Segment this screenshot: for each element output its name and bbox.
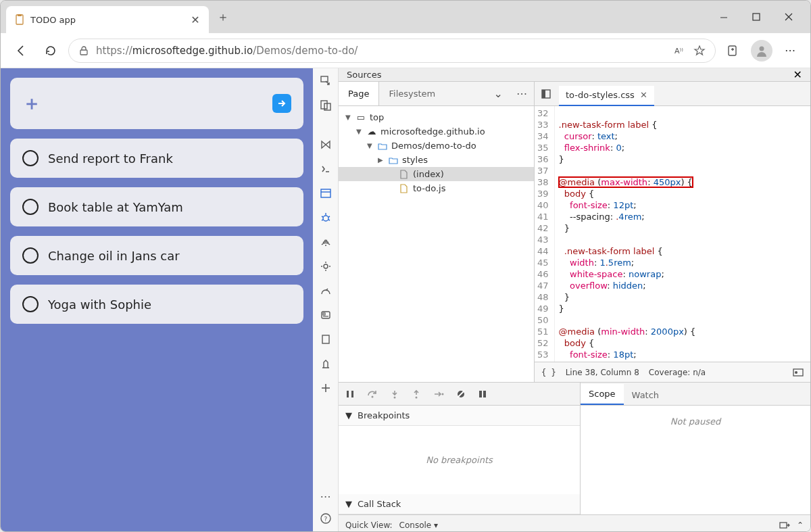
checkbox-icon[interactable] [22,296,39,312]
step-out-icon[interactable] [412,389,421,399]
tab-page[interactable]: Page [339,82,379,105]
add-panel-icon[interactable] [318,381,333,395]
rendered-page: ＋ Send report to Frank Book table at Yam… [1,68,313,531]
debugger-right: Scope Watch Not paused [581,383,810,514]
tab-scope[interactable]: Scope [581,384,624,405]
close-tab-button[interactable]: ✕ [190,14,201,25]
coverage-status: Coverage: n/a [649,368,706,377]
editor-tab[interactable]: to-do-styles.css ✕ [559,86,654,106]
svg-point-43 [442,393,444,395]
todo-item[interactable]: Book table at YamYam [10,187,303,226]
devtools-activity-bar-footer: ⋯ ? [313,490,339,531]
tree-row[interactable]: (index) [339,167,534,181]
tree-row[interactable]: ▼☁microsoftedge.github.io [339,124,534,139]
console-panel-icon[interactable] [318,162,333,176]
svg-line-22 [328,220,330,220]
browser-tab[interactable]: TODO app ✕ [6,6,209,33]
device-emulation-icon[interactable] [318,98,333,113]
svg-rect-15 [321,189,330,197]
maximize-button[interactable] [748,9,764,25]
svg-text:A⁾⁾: A⁾⁾ [674,47,683,55]
svg-line-21 [322,220,323,220]
inspect-icon[interactable] [318,74,333,89]
code-editor: to-do-styles.css ✕ 323334353637383940414… [535,82,810,382]
todo-item[interactable]: Send report to Frank [10,139,303,178]
lock-icon [78,45,89,56]
svg-point-24 [324,264,328,268]
code-area[interactable]: 3233343536373839404142434445464748495051… [535,106,810,362]
file-icon [399,170,409,179]
more-icon[interactable]: ⋯ [510,87,534,100]
read-aloud-icon[interactable]: A⁾⁾ [674,45,687,57]
svg-point-42 [416,396,418,398]
performance-panel-icon[interactable] [318,259,333,274]
braces-icon[interactable]: { } [541,368,556,377]
todo-item[interactable]: Change oil in Jans car [10,236,303,275]
close-window-button[interactable] [781,9,797,25]
help-icon[interactable]: ? [320,512,332,525]
svg-rect-1 [18,14,22,16]
svg-line-20 [328,216,330,217]
application-panel-icon[interactable] [318,308,333,322]
checkbox-icon[interactable] [22,150,39,166]
tree-row[interactable]: to-do.js [339,181,534,195]
folder-icon [378,141,387,151]
refresh-button[interactable] [39,39,63,63]
chevron-up-icon[interactable]: ⌃ [797,521,804,530]
issues-icon[interactable] [779,521,790,530]
dock-side-icon[interactable] [539,87,554,101]
address-bar[interactable]: https://microsoftedge.github.io/Demos/de… [68,39,716,63]
lighthouse-panel-icon[interactable] [318,356,333,371]
submit-task-button[interactable] [272,94,291,113]
folder-icon [389,155,398,165]
pause-icon[interactable] [345,389,355,399]
checkbox-icon[interactable] [22,247,39,264]
tab-watch[interactable]: Watch [624,385,667,405]
new-task-form[interactable]: ＋ [10,78,303,129]
todo-item[interactable]: Yoga with Sophie [10,285,303,324]
tab-filesystem[interactable]: Filesystem [379,82,445,105]
svg-rect-39 [351,391,353,397]
more-tools-icon[interactable]: ⋯ [320,490,331,503]
back-button[interactable] [9,39,33,63]
deactivate-breakpoints-icon[interactable] [456,389,466,399]
checkbox-icon[interactable] [22,199,39,215]
pause-on-exceptions-icon[interactable] [478,389,487,399]
close-editor-tab[interactable]: ✕ [640,90,647,100]
collections-icon[interactable] [721,39,745,63]
security-panel-icon[interactable] [318,332,333,347]
browser-toolbar: https://microsoftedge.github.io/Demos/de… [1,33,810,68]
scope-tabs: Scope Watch [581,383,810,406]
svg-rect-38 [347,391,349,397]
profile-avatar[interactable] [751,40,772,62]
step-icon[interactable] [433,389,444,399]
more-menu-button[interactable]: ⋯ [778,39,802,63]
breakpoints-section-header[interactable]: ▼Breakpoints [339,406,580,426]
tree-row[interactable]: ▼Demos/demo-to-do [339,139,534,153]
svg-point-11 [760,46,764,51]
favorites-icon[interactable] [693,45,706,57]
memory-panel-icon[interactable] [318,283,333,298]
tree-row[interactable]: ▶styles [339,153,534,167]
devtools-main: Sources ✕ Page Filesystem ⌄ ⋯ [339,68,810,531]
cursor-position: Line 38, Column 8 [566,368,639,377]
svg-point-17 [323,216,328,221]
network-panel-icon[interactable] [318,235,333,249]
svg-point-41 [394,396,396,398]
elements-panel-icon[interactable] [318,137,333,152]
browser-tab-strip: TODO app ✕ ＋ [1,1,810,33]
step-over-icon[interactable] [367,389,378,399]
svg-rect-12 [321,76,328,82]
minimize-button[interactable] [716,9,732,25]
new-tab-button[interactable]: ＋ [217,9,229,25]
devtools-close-button[interactable]: ✕ [793,68,802,81]
quick-view-select[interactable]: Console ▾ [399,521,438,530]
tree-row[interactable]: ▼▭top [339,110,534,124]
svg-rect-6 [80,50,87,55]
callstack-section-header[interactable]: ▼Call Stack [339,494,580,514]
debugger-panel-icon[interactable] [318,210,333,225]
sources-panel-icon[interactable] [318,186,333,201]
source-map-icon[interactable] [793,368,804,377]
step-into-icon[interactable] [390,389,399,399]
chevron-down-icon[interactable]: ⌄ [487,87,510,100]
